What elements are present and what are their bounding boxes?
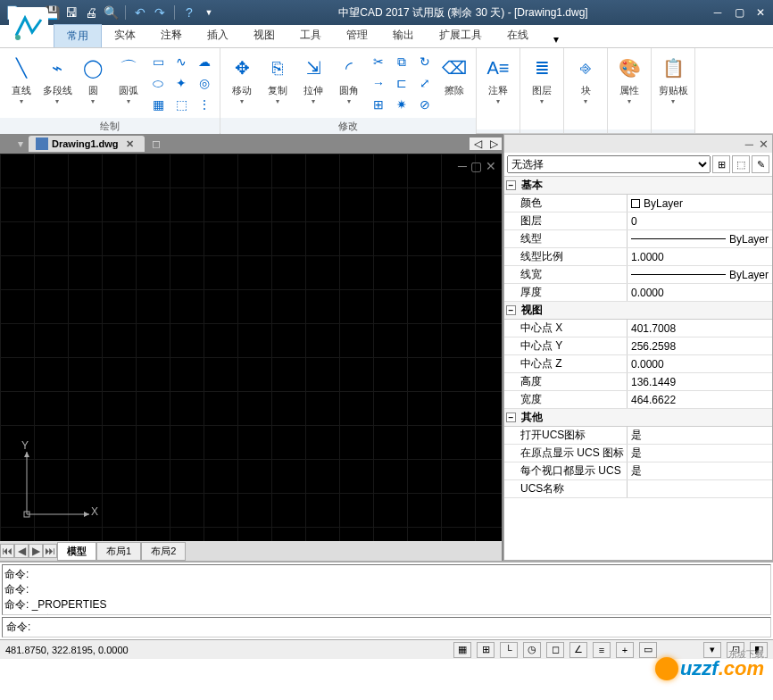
copy-button[interactable]: ⎘复制▾ [260, 52, 295, 107]
offset-button[interactable]: ⊏ [392, 73, 411, 93]
viewport-controls[interactable]: ─▢✕ [458, 159, 496, 173]
property-category[interactable]: −基本 [504, 177, 772, 195]
panel-close-icon[interactable]: ✕ [759, 138, 769, 151]
donut-button[interactable]: ◎ [195, 73, 214, 93]
command-history[interactable]: 命令: 命令: 命令: _PROPERTIES 命令: 指定对角点: [2, 564, 771, 615]
property-category[interactable]: −视图 [504, 302, 772, 320]
grid-toggle[interactable]: ⊞ [477, 642, 495, 658]
print-icon[interactable]: 🖨 [82, 4, 100, 21]
ribbon-expand-icon[interactable]: ▾ [548, 31, 564, 47]
clipboard-button[interactable]: 📋剪贴板▾ [655, 52, 691, 107]
props-button[interactable]: 🎨属性▾ [611, 52, 647, 107]
move-button[interactable]: ✥移动▾ [224, 52, 260, 107]
selection-dropdown[interactable]: 无选择 [507, 155, 711, 173]
dyn-toggle[interactable]: + [616, 642, 634, 658]
polar-toggle[interactable]: ◷ [523, 642, 541, 658]
line-button[interactable]: ╲直线▾ [4, 52, 39, 107]
region-button[interactable]: ⬚ [171, 95, 191, 114]
ribbon-tab[interactable]: 实体 [102, 24, 148, 47]
ribbon-tab[interactable]: 工具 [287, 24, 334, 47]
pickadd-button[interactable]: ✎ [752, 155, 769, 173]
rect-button[interactable]: ▭ [148, 52, 168, 71]
layout-tab[interactable]: 布局2 [141, 542, 186, 561]
ribbon-tab[interactable]: 插入 [195, 24, 241, 47]
array-button[interactable]: ⊞ [369, 95, 388, 114]
fillet-button[interactable]: ◜圆角▾ [331, 52, 367, 107]
property-row[interactable]: 线型比例1.0000 [504, 248, 772, 266]
drawing-canvas[interactable]: ─▢✕ X Y [0, 154, 502, 541]
model-toggle[interactable]: ▭ [639, 642, 657, 658]
explode-button[interactable]: ✷ [392, 95, 411, 114]
osnap-toggle[interactable]: ◻ [546, 642, 564, 658]
close-button[interactable]: ✕ [752, 4, 769, 21]
ribbon-tab[interactable]: 扩展工具 [427, 24, 495, 47]
new-document-tab[interactable]: ◻ [146, 138, 166, 150]
layout-tab[interactable]: 模型 [57, 542, 96, 561]
doc-nav-left[interactable]: ▾ [18, 138, 23, 150]
property-row[interactable]: 在原点显示 UCS 图标是 [504, 445, 772, 462]
property-category[interactable]: −其他 [504, 409, 772, 427]
property-row[interactable]: 颜色ByLayer [504, 195, 772, 212]
saveall-icon[interactable]: 🖫 [62, 4, 80, 21]
ribbon-tab[interactable]: 在线 [495, 24, 541, 47]
layout-prev[interactable]: ◀ [14, 544, 29, 558]
collapse-icon[interactable]: − [506, 180, 516, 190]
collapse-icon[interactable]: − [506, 412, 516, 422]
ribbon-tab[interactable]: 视图 [241, 24, 287, 47]
layout-first[interactable]: ⏮ [0, 544, 14, 558]
ortho-toggle[interactable]: └ [500, 642, 518, 658]
polyline-button[interactable]: ⌁多段线▾ [39, 52, 75, 107]
selectall-button[interactable]: ⬚ [732, 155, 750, 173]
property-row[interactable]: 中心点 Y256.2598 [504, 338, 772, 355]
break-button[interactable]: ⊘ [415, 95, 435, 114]
quickselect-button[interactable]: ⊞ [712, 155, 730, 173]
app-menu-button[interactable] [9, 7, 48, 46]
ribbon-tab[interactable]: 输出 [380, 24, 427, 47]
block-button[interactable]: ⎆块▾ [568, 52, 603, 107]
maximize-button[interactable]: ▢ [730, 4, 748, 21]
ribbon-tab[interactable]: 常用 [54, 24, 102, 47]
divide-button[interactable]: ⋮ [195, 95, 214, 114]
help-icon[interactable]: ? [180, 4, 198, 21]
property-row[interactable]: UCS名称 [504, 480, 772, 498]
arc-button[interactable]: ⌒圆弧▾ [111, 52, 146, 107]
layout-last[interactable]: ⏭ [43, 544, 57, 558]
property-row[interactable]: 线宽ByLayer [504, 266, 772, 284]
trim-button[interactable]: ✂ [369, 52, 388, 71]
status-more-1[interactable]: ▾ [703, 642, 721, 658]
annotation-button[interactable]: A≡注释▾ [480, 52, 516, 107]
point-button[interactable]: ✦ [171, 73, 191, 93]
property-row[interactable]: 每个视口都显示 UCS是 [504, 462, 772, 480]
erase-button[interactable]: ⌫擦除 [436, 52, 472, 99]
qat-dropdown-icon[interactable]: ▼ [200, 4, 218, 21]
lwt-toggle[interactable]: ≡ [593, 642, 611, 658]
document-tab[interactable]: Drawing1.dwg ✕ [29, 136, 145, 152]
circle-button[interactable]: ◯圆▾ [75, 52, 111, 107]
redo-icon[interactable]: ↷ [151, 4, 169, 21]
ribbon-tab[interactable]: 管理 [334, 24, 380, 47]
property-row[interactable]: 中心点 X401.7008 [504, 320, 772, 338]
revcloud-button[interactable]: ☁ [195, 52, 214, 71]
command-input[interactable] [34, 618, 770, 637]
panel-minimize-icon[interactable]: ─ [745, 138, 753, 151]
ellipse-button[interactable]: ⬭ [148, 73, 168, 93]
layout-next[interactable]: ▶ [29, 544, 43, 558]
layout-tab[interactable]: 布局1 [96, 542, 141, 561]
coordinates-display[interactable]: 481.8750, 322.8195, 0.0000 [5, 645, 184, 655]
scale-button[interactable]: ⤢ [415, 73, 435, 93]
undo-icon[interactable]: ↶ [131, 4, 149, 21]
property-row[interactable]: 图层0 [504, 212, 772, 230]
property-row[interactable]: 宽度464.6622 [504, 391, 772, 409]
preview-icon[interactable]: 🔍 [102, 4, 120, 21]
property-row[interactable]: 厚度0.0000 [504, 284, 772, 302]
property-row[interactable]: 打开UCS图标是 [504, 427, 772, 445]
extend-button[interactable]: → [369, 73, 388, 93]
tab-scroll-right[interactable]: ▷ [486, 138, 502, 150]
property-row[interactable]: 中心点 Z0.0000 [504, 355, 772, 373]
snap-toggle[interactable]: ▦ [453, 642, 471, 658]
property-row[interactable]: 线型ByLayer [504, 230, 772, 248]
collapse-icon[interactable]: − [506, 305, 516, 315]
property-row[interactable]: 高度136.1449 [504, 373, 772, 391]
layer-button[interactable]: ≣图层▾ [524, 52, 560, 107]
close-tab-icon[interactable]: ✕ [122, 138, 137, 150]
